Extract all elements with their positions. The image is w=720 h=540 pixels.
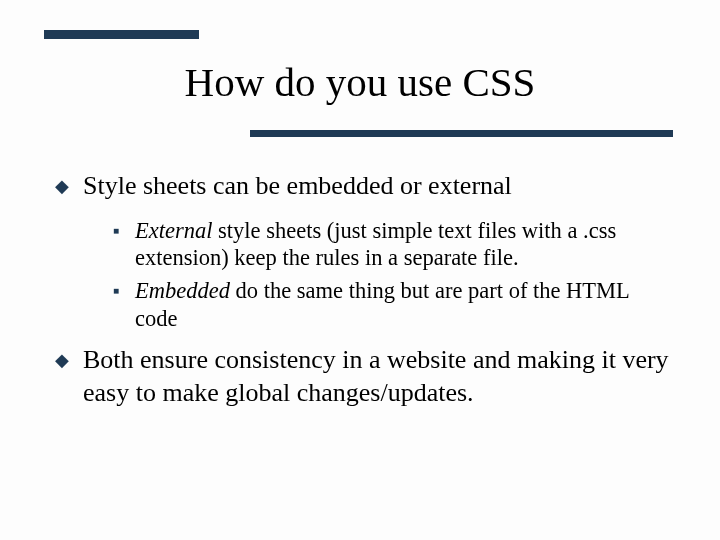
bullet-text: Both ensure consistency in a website and…	[83, 344, 675, 409]
decorative-top-bar	[44, 30, 199, 39]
square-bullet-icon: ■	[113, 217, 135, 237]
square-bullet-icon: ■	[113, 277, 135, 297]
sub-bullet-text: Embedded do the same thing but are part …	[135, 277, 675, 332]
diamond-bullet-icon: ◆	[55, 170, 83, 198]
bullet-item: ◆ Both ensure consistency in a website a…	[55, 344, 675, 409]
sub-bullet-item: ■ Embedded do the same thing but are par…	[113, 277, 675, 332]
diamond-bullet-icon: ◆	[55, 344, 83, 372]
decorative-mid-bar	[250, 130, 673, 137]
emphasis-text: External	[135, 218, 212, 243]
bullet-text: Style sheets can be embedded or external	[83, 170, 675, 203]
emphasis-text: Embedded	[135, 278, 230, 303]
sub-bullet-item: ■ External style sheets (just simple tex…	[113, 217, 675, 272]
slide-title: How do you use CSS	[0, 58, 720, 106]
sub-bullet-text: External style sheets (just simple text …	[135, 217, 675, 272]
bullet-item: ◆ Style sheets can be embedded or extern…	[55, 170, 675, 203]
sub-bullet-group: ■ External style sheets (just simple tex…	[55, 217, 675, 333]
slide-content: ◆ Style sheets can be embedded or extern…	[55, 170, 675, 423]
